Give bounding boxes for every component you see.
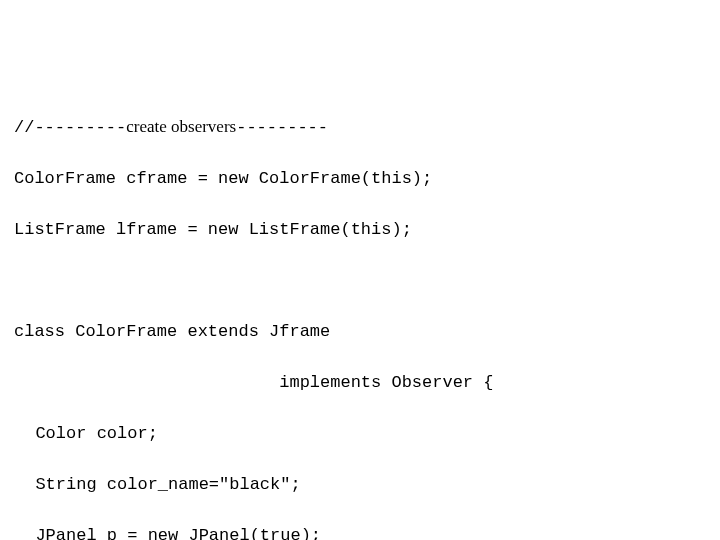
code-line-1: //---------create observers--------- bbox=[14, 114, 706, 141]
blank-line bbox=[14, 268, 706, 294]
comment-serif: create observers bbox=[126, 117, 236, 136]
code-text: //--------- bbox=[14, 118, 126, 137]
code-text: --------- bbox=[236, 118, 328, 137]
code-line-9: JPanel p = new JPanel(true); bbox=[14, 523, 706, 540]
code-line-8: String color_name="black"; bbox=[14, 472, 706, 498]
code-line-7: Color color; bbox=[14, 421, 706, 447]
code-line-3: ListFrame lframe = new ListFrame(this); bbox=[14, 217, 706, 243]
code-line-2: ColorFrame cframe = new ColorFrame(this)… bbox=[14, 166, 706, 192]
code-line-5: class ColorFrame extends Jframe bbox=[14, 319, 706, 345]
code-line-6: implements Observer { bbox=[14, 370, 706, 396]
